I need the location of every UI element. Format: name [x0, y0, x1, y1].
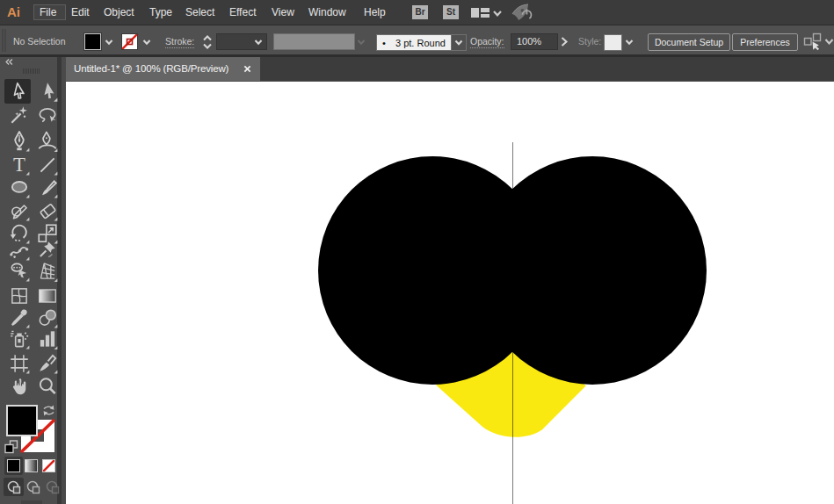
svg-text:T: T — [13, 154, 25, 176]
